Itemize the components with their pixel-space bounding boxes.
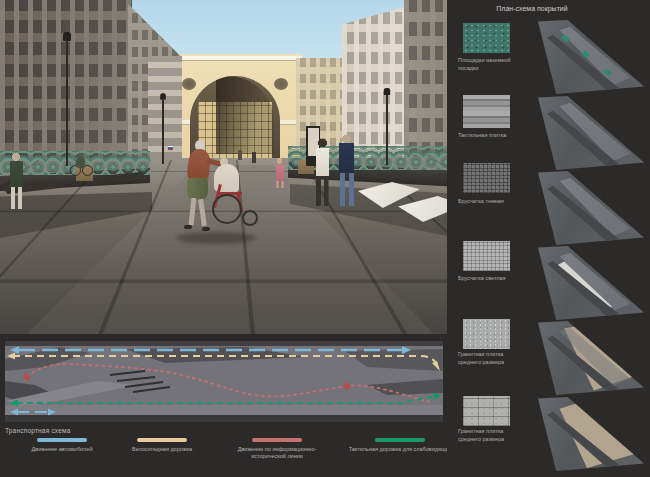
plan-thumbnail-2 xyxy=(530,96,644,170)
spandrel-ornament-right xyxy=(274,78,288,90)
legend-label-bike: Велосипедная дорожка xyxy=(107,446,217,453)
plan-road xyxy=(530,321,644,395)
presentation-board: Транспортная схема Движение автомобилей … xyxy=(0,0,650,477)
legend-line-historic xyxy=(252,438,302,442)
wheelchair-wheel-small xyxy=(242,210,258,226)
street-lamp-right xyxy=(386,95,388,165)
legend-label-historic: Движение по информационно-исторической л… xyxy=(222,446,332,461)
scheme-bottom-edge xyxy=(5,415,443,422)
material-label: Гранитная плитка среднего размера xyxy=(458,351,520,366)
cyclist xyxy=(70,156,92,176)
lamp-head-icon xyxy=(384,88,390,95)
legend-item-historic: Движение по информационно-исторической л… xyxy=(222,438,332,461)
caregiver-leg xyxy=(189,198,196,225)
plan-thumbnail-4 xyxy=(530,246,644,320)
material-label: Брусчатка светлая xyxy=(458,275,520,283)
plan-beige-area xyxy=(530,397,644,471)
material-swatch-pavers-dark xyxy=(463,163,510,193)
material-swatch-granite-medium xyxy=(463,319,510,349)
legend-line-bike xyxy=(137,438,187,442)
caregiver-shoe xyxy=(184,225,192,229)
legend-item-bike: Велосипедная дорожка xyxy=(107,438,217,453)
plan-road xyxy=(530,246,644,320)
transport-scheme-diagram xyxy=(5,341,443,422)
wheelchair-group xyxy=(158,136,278,252)
plan-road xyxy=(530,171,644,245)
person-left xyxy=(8,152,24,210)
wheelchair-wheel-large xyxy=(212,194,242,224)
materials-panel-title: План-схема покрытий xyxy=(447,5,617,12)
lamp-head-icon xyxy=(160,93,166,99)
caregiver-skirt xyxy=(187,178,208,200)
caregiver-leg xyxy=(198,199,206,226)
cornice-top xyxy=(170,56,302,60)
material-swatch-teal-granite xyxy=(463,23,510,53)
plan-thumbnail-1 xyxy=(530,20,644,94)
material-label: Тактильная плитка xyxy=(458,132,520,140)
caregiver-shoe xyxy=(202,227,210,231)
legend-label-tactile: Тактильная дорожка для слабовидящих xyxy=(345,446,455,453)
street-lamp-left xyxy=(66,40,68,166)
sidewalk-band xyxy=(5,405,443,415)
material-swatch-granite-tile xyxy=(463,396,510,426)
lamp-head-icon xyxy=(63,32,71,41)
street-render xyxy=(0,0,447,334)
materials-panel: План-схема покрытий Площадки наземной по… xyxy=(447,0,650,477)
person-right-man xyxy=(337,134,356,208)
scheme-canvas xyxy=(5,341,443,422)
legend-label-cars: Движение автомобилей xyxy=(7,446,117,453)
legend-line-cars xyxy=(37,438,87,442)
legend-item-cars: Движение автомобилей xyxy=(7,438,117,453)
person-right-woman xyxy=(314,138,331,208)
material-swatch-pavers-light xyxy=(463,241,510,271)
plan-road xyxy=(530,96,644,170)
material-label: Брусчатка темная xyxy=(458,198,520,206)
plan-thumbnail-5 xyxy=(530,321,644,395)
caregiver-torso xyxy=(186,148,211,182)
plan-thumbnail-3 xyxy=(530,171,644,245)
scheme-top-edge xyxy=(5,341,443,346)
material-label: Площадки наземной посадки xyxy=(458,57,520,72)
material-swatch-tactile xyxy=(463,95,510,128)
spandrel-ornament-left xyxy=(182,78,196,90)
legend-item-tactile: Тактильная дорожка для слабовидящих xyxy=(345,438,455,453)
plan-thumbnail-6 xyxy=(530,397,644,471)
transport-scheme-title: Транспортная схема xyxy=(5,427,71,434)
material-label: Гранитная плитка среднего размера xyxy=(458,428,520,443)
legend-line-tactile xyxy=(375,438,425,442)
group-shadow xyxy=(176,232,256,244)
